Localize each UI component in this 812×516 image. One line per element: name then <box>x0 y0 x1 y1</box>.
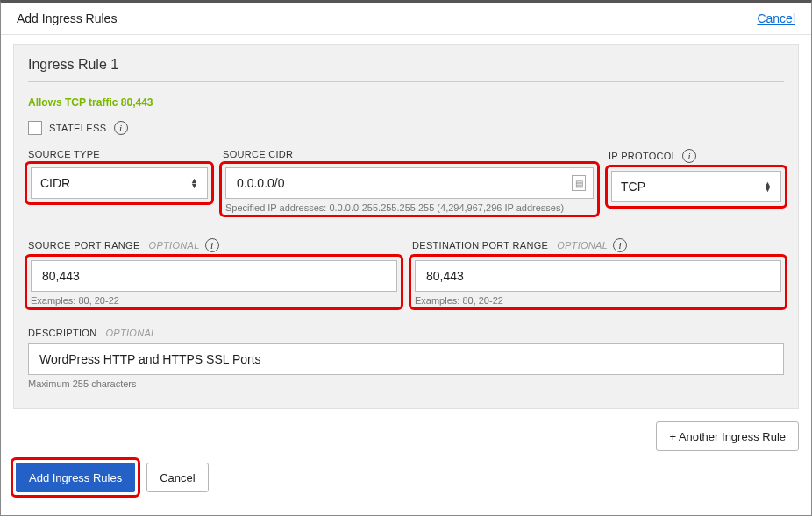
optional-text: OPTIONAL <box>149 240 200 251</box>
row-2: SOURCE PORT RANGE OPTIONAL i Examples: 8… <box>28 238 784 307</box>
highlight-box: Examples: 80, 20-22 <box>25 254 403 310</box>
dialog-title: Add Ingress Rules <box>17 11 117 25</box>
allows-text: Allows TCP traffic 80,443 <box>28 96 784 109</box>
description-field: DESCRIPTION OPTIONAL Maximum 255 charact… <box>28 328 784 389</box>
cancel-button[interactable]: Cancel <box>146 463 208 492</box>
source-cidr-label: SOURCE CIDR <box>223 149 596 159</box>
source-cidr-helper: Specified IP addresses: 0.0.0.0-255.255.… <box>225 202 594 213</box>
stateless-row: STATELESS i <box>28 121 784 135</box>
source-port-label: SOURCE PORT RANGE <box>28 240 140 251</box>
another-rule-button[interactable]: + Another Ingress Rule <box>656 421 799 451</box>
dest-port-field: DESTINATION PORT RANGE OPTIONAL i Exampl… <box>412 238 784 307</box>
source-port-label-row: SOURCE PORT RANGE OPTIONAL i <box>28 238 400 252</box>
highlight-box: Examples: 80, 20-22 <box>409 254 787 310</box>
highlight-box: Add Ingress Rules <box>11 457 140 498</box>
dest-port-label: DESTINATION PORT RANGE <box>412 240 548 251</box>
source-cidr-field: SOURCE CIDR ▤ Specified IP addresses: 0.… <box>223 149 596 214</box>
row-1: SOURCE TYPE CIDR ▲▼ SOURCE CIDR ▤ Specif… <box>28 149 784 214</box>
dest-port-helper: Examples: 80, 20-22 <box>415 295 781 306</box>
stateless-checkbox[interactable] <box>28 121 42 135</box>
cancel-link[interactable]: Cancel <box>757 11 795 25</box>
description-label: DESCRIPTION <box>28 328 96 338</box>
highlight-box: CIDR ▲▼ <box>25 161 214 205</box>
highlight-box: ▤ Specified IP addresses: 0.0.0.0-255.25… <box>219 161 600 217</box>
ip-protocol-select[interactable]: TCP ▲▼ <box>611 171 781 202</box>
chevron-updown-icon: ▲▼ <box>764 181 772 192</box>
dialog-header: Add Ingress Rules Cancel <box>1 3 811 35</box>
highlight-box: TCP ▲▼ <box>605 165 787 209</box>
optional-text: OPTIONAL <box>557 240 608 251</box>
rule-title: Ingress Rule 1 <box>28 57 784 82</box>
ip-protocol-label-row: IP PROTOCOL i <box>609 149 784 163</box>
info-icon[interactable]: i <box>682 149 696 163</box>
actions-row: Add Ingress Rules Cancel <box>1 451 811 495</box>
source-type-label: SOURCE TYPE <box>28 149 210 159</box>
source-cidr-input-wrap: ▤ <box>225 167 594 199</box>
add-ingress-rules-button[interactable]: Add Ingress Rules <box>16 463 135 492</box>
rule-panel: Ingress Rule 1 Allows TCP traffic 80,443… <box>13 44 799 409</box>
description-input[interactable] <box>38 344 774 374</box>
source-type-field: SOURCE TYPE CIDR ▲▼ <box>28 149 210 201</box>
source-port-helper: Examples: 80, 20-22 <box>31 295 397 306</box>
source-port-field: SOURCE PORT RANGE OPTIONAL i Examples: 8… <box>28 238 400 307</box>
dest-port-input[interactable] <box>424 261 772 291</box>
info-icon[interactable]: i <box>205 238 219 252</box>
chevron-updown-icon: ▲▼ <box>190 178 198 188</box>
source-port-input-wrap <box>31 260 397 292</box>
stateless-label: STATELESS <box>49 123 107 133</box>
ip-protocol-label: IP PROTOCOL <box>609 151 677 161</box>
description-helper: Maximum 255 characters <box>28 378 784 389</box>
info-icon[interactable]: i <box>613 238 627 252</box>
description-label-row: DESCRIPTION OPTIONAL <box>28 328 784 338</box>
dest-port-input-wrap <box>415 260 781 292</box>
source-type-value: CIDR <box>40 176 70 190</box>
ip-protocol-field: IP PROTOCOL i TCP ▲▼ <box>609 149 784 205</box>
source-cidr-input[interactable] <box>235 168 584 198</box>
dest-port-label-row: DESTINATION PORT RANGE OPTIONAL i <box>412 238 784 252</box>
optional-text: OPTIONAL <box>105 328 156 338</box>
source-port-input[interactable] <box>40 261 388 291</box>
source-type-select[interactable]: CIDR ▲▼ <box>31 167 208 199</box>
ip-protocol-value: TCP <box>621 180 645 194</box>
footer-row: + Another Ingress Rule <box>1 409 811 451</box>
info-icon[interactable]: i <box>114 121 128 135</box>
description-input-wrap <box>28 343 784 375</box>
